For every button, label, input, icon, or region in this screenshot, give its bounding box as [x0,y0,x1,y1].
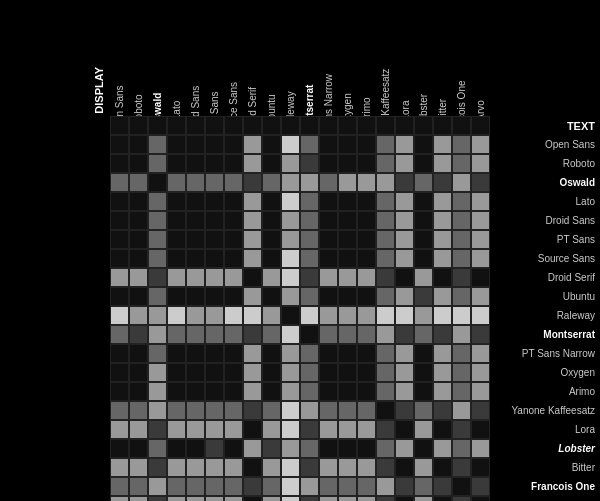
cell [452,287,471,306]
cell [357,230,376,249]
cell [433,458,452,477]
cell [186,382,205,401]
cell [471,249,490,268]
cell [167,439,186,458]
grid-row [110,401,490,420]
cell [319,230,338,249]
cell [167,192,186,211]
cell [110,477,129,496]
cell [205,306,224,325]
cell [376,363,395,382]
cell [300,325,319,344]
cell [452,192,471,211]
cell [205,135,224,154]
cell [167,230,186,249]
cell [110,230,129,249]
cell [471,230,490,249]
cell [262,249,281,268]
cell [167,173,186,192]
cell [433,401,452,420]
row-label: Droid Serif [490,268,600,287]
cell [376,173,395,192]
cell [167,306,186,325]
grid-row [110,344,490,363]
cell [300,477,319,496]
cell [471,363,490,382]
cell [300,458,319,477]
cell [167,458,186,477]
cell [357,173,376,192]
cell [452,116,471,135]
cell [338,268,357,287]
cell [452,496,471,501]
cell [395,496,414,501]
grid-row [110,306,490,325]
cell [376,382,395,401]
cell [433,477,452,496]
cell [281,249,300,268]
cell [376,135,395,154]
cell [110,249,129,268]
col-header: Lato [167,0,186,116]
cell [224,477,243,496]
cell [300,173,319,192]
row-label: Arvo [490,496,600,501]
row-label: Lato [490,192,600,211]
cell [376,192,395,211]
col-header: Raleway [281,0,300,116]
cell [281,116,300,135]
cell [376,154,395,173]
cell [243,458,262,477]
cell [471,458,490,477]
col-header: Francois One [452,0,471,116]
grid-row [110,325,490,344]
cell [357,363,376,382]
cell [129,458,148,477]
cell [110,325,129,344]
grid-row [110,173,490,192]
cell [129,135,148,154]
cell [414,439,433,458]
cell [338,211,357,230]
cell [338,173,357,192]
row-labels: TEXTOpen SansRobotoOswaldLatoDroid SansP… [490,0,600,501]
cell [110,135,129,154]
grid-row-header [110,116,490,135]
cell [433,363,452,382]
cell [186,496,205,501]
cell [148,249,167,268]
cell [338,439,357,458]
cell [433,173,452,192]
cell [338,382,357,401]
cell [452,173,471,192]
row-label: Francois One [490,477,600,496]
cell [205,192,224,211]
cell [281,344,300,363]
cell [205,363,224,382]
cell [395,439,414,458]
cell [167,116,186,135]
grid-row [110,477,490,496]
cell [205,420,224,439]
cell [357,458,376,477]
cell [148,496,167,501]
cell [186,458,205,477]
cell [452,458,471,477]
cell [110,496,129,501]
cell [148,325,167,344]
cell [167,135,186,154]
cell [414,116,433,135]
cell [376,249,395,268]
col-header: Ubuntu [262,0,281,116]
grid-row [110,154,490,173]
col-header: PT Sans [205,0,224,116]
cell [471,173,490,192]
cell [452,306,471,325]
cell [357,496,376,501]
cell [376,325,395,344]
cell [452,382,471,401]
cell [376,477,395,496]
cell [319,420,338,439]
cell [414,135,433,154]
grid-row [110,439,490,458]
